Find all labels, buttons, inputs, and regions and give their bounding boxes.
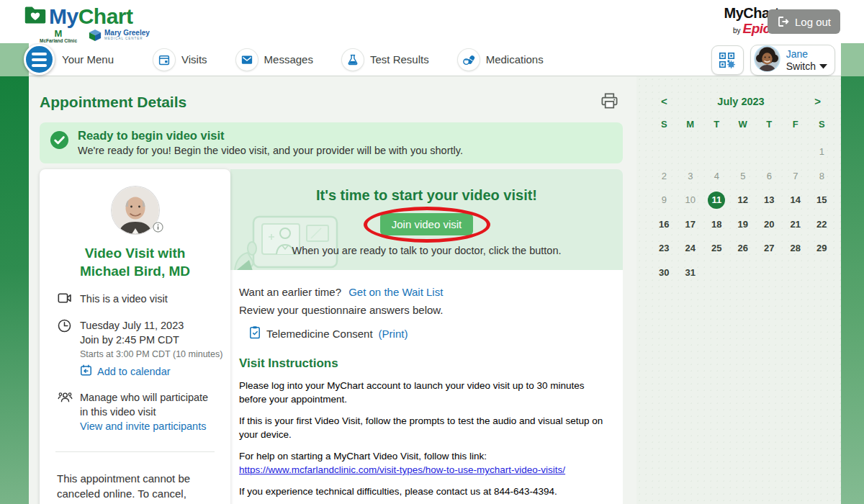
calendar-day: 10: [678, 188, 704, 212]
alert-title: Ready to begin video visit: [78, 129, 463, 143]
calendar-day: [783, 261, 809, 285]
your-menu-button[interactable]: [24, 44, 55, 75]
page-title: Appointment Details: [40, 94, 186, 111]
calendar-day-header: M: [678, 119, 704, 138]
calendar-day: 13: [756, 188, 783, 212]
join-video-visit-button[interactable]: Join video visit: [380, 213, 474, 235]
calendar-day: 30: [651, 261, 678, 285]
calendar-day: 14: [783, 188, 809, 212]
provider-info-icon[interactable]: [153, 222, 163, 235]
logout-button[interactable]: Log out: [768, 9, 840, 34]
visit-title: Video Visit with Michael Bird, MD: [40, 244, 230, 280]
cancel-note: This appointment cannot be canceled onli…: [57, 471, 220, 504]
user-switch-control[interactable]: Jane Switch: [750, 45, 835, 76]
calendar-day: 16: [651, 212, 678, 237]
clock-icon: [58, 318, 73, 379]
instructions-paragraph: Please log into your MyChart account to …: [239, 379, 614, 406]
nav-item-label: Test Results: [370, 53, 429, 66]
printer-icon: [600, 91, 619, 110]
calendar-day-header: S: [809, 119, 835, 138]
view-invite-participants-link[interactable]: View and invite participants: [80, 420, 206, 432]
calendar-day: 8: [809, 164, 835, 189]
add-to-calendar-link[interactable]: Add to calendar: [97, 366, 171, 377]
appointment-summary-card: Video Visit with Michael Bird, MD This i…: [40, 169, 230, 504]
alert-message: We're ready for you! Begin the video vis…: [78, 145, 463, 156]
calendar-icon: [153, 49, 175, 71]
chevron-down-icon: [819, 63, 827, 69]
instructions-paragraph: If this is your first Video Visit, follo…: [239, 414, 614, 441]
calendar-day: 9: [651, 188, 678, 212]
calendar-day: 21: [783, 212, 809, 237]
wait-question: Want an earlier time?: [239, 286, 341, 298]
manage-participants-text: Manage who will participate in this vide…: [80, 390, 208, 419]
calendar-day: 7: [783, 164, 809, 189]
calendar-day: [730, 261, 757, 285]
instructions-paragraph: If you experience technical difficulties…: [239, 485, 614, 498]
pills-icon: [458, 49, 480, 71]
calendar-day: 2: [651, 164, 678, 189]
mychart-brand: MyChart M McFarland Clinic Mary Greeley …: [24, 4, 150, 44]
consent-print-link[interactable]: (Print): [379, 328, 408, 340]
video-camera-icon: [58, 292, 73, 307]
calendar-day: 25: [703, 236, 730, 261]
calendar-prev-button[interactable]: <: [661, 95, 667, 107]
calendar-day-header: F: [783, 119, 809, 138]
calendar-day: 4: [703, 164, 730, 189]
calendar-sidebar: < July 2023 > SMTWTFS 123456789101112131…: [636, 76, 841, 504]
mcfarland-clinic-logo: M McFarland Clinic: [40, 29, 77, 44]
logout-label: Log out: [795, 16, 831, 28]
user-name: Jane: [786, 48, 827, 60]
switch-label: Switch: [786, 60, 816, 72]
calendar-day-header: S: [651, 119, 678, 138]
calendar-day: 24: [678, 236, 704, 261]
your-menu-label[interactable]: Your Menu: [62, 53, 114, 66]
calendar-selected-day: 11: [708, 192, 725, 209]
calendar-day-header: T: [756, 119, 783, 138]
calendar-next-button[interactable]: >: [814, 95, 821, 107]
questionnaire-note: Review your questionnaire answers below.: [239, 304, 614, 316]
mychart-folder-logo-icon: [24, 5, 47, 28]
appointment-start-time: Starts at 3:00 PM CDT (10 minutes): [80, 349, 222, 359]
check-circle-icon: [50, 129, 69, 156]
visit-instructions-title: Visit Instructions: [239, 356, 614, 371]
calendar-day-headers: SMTWTFS: [636, 119, 841, 138]
calendar-day-header: T: [703, 119, 730, 138]
calendar-day-header: W: [730, 119, 757, 138]
calendar-day: [651, 140, 678, 164]
mychart-app: MyChart M McFarland Clinic Mary Greeley …: [0, 0, 864, 504]
calendar-day: 29: [809, 236, 835, 261]
nav-item-label: Messages: [264, 53, 313, 66]
visit-type-text: This is a video visit: [80, 292, 168, 307]
user-avatar: [754, 45, 780, 75]
qr-code-icon: [718, 51, 737, 70]
instructions-paragraph: For help on starting a MyChart Video Vis…: [239, 449, 614, 477]
mary-greeley-logo: Mary Greeley MEDICAL CENTER: [89, 29, 150, 42]
visit-details-panel: Want an earlier time? Get on the Wait Li…: [230, 270, 623, 504]
clipboard-check-icon: [249, 325, 261, 341]
nav-item-messages[interactable]: Messages: [236, 49, 313, 71]
calendar-day: 17: [678, 212, 704, 237]
appointment-date: Tuesday July 11, 2023: [80, 318, 222, 333]
nav-item-medications[interactable]: Medications: [458, 49, 544, 71]
nav-item-visits[interactable]: Visits: [153, 49, 207, 71]
nav-item-test-results[interactable]: Test Results: [342, 49, 429, 71]
calendar-day: [783, 140, 809, 164]
calendar-day: 3: [678, 164, 704, 189]
calendar-day: 28: [783, 236, 809, 261]
calendar-day: 12: [730, 188, 757, 212]
help-link[interactable]: https://www.mcfarlandclinic.com/visit-ty…: [239, 464, 565, 475]
calendar-day: 11: [703, 188, 730, 212]
calendar-day: 1: [809, 140, 835, 164]
wait-list-link[interactable]: Get on the Wait List: [348, 286, 443, 298]
print-button[interactable]: [600, 91, 619, 112]
mychart-logo-text: MyChart: [49, 4, 133, 29]
calendar-grid: 1234567891011121314151617181920212223242…: [636, 140, 841, 284]
nav-item-label: Medications: [486, 53, 544, 66]
calendar-day: 27: [756, 236, 783, 261]
video-panel-title: It's time to start your video visit!: [230, 187, 623, 204]
calendar-day: 26: [730, 236, 757, 261]
calendar-day: [703, 140, 730, 164]
health-pass-qr-button[interactable]: [711, 45, 744, 75]
calendar-day: [730, 140, 757, 164]
video-visit-panel: It's time to start your video visit! Joi…: [230, 169, 623, 270]
